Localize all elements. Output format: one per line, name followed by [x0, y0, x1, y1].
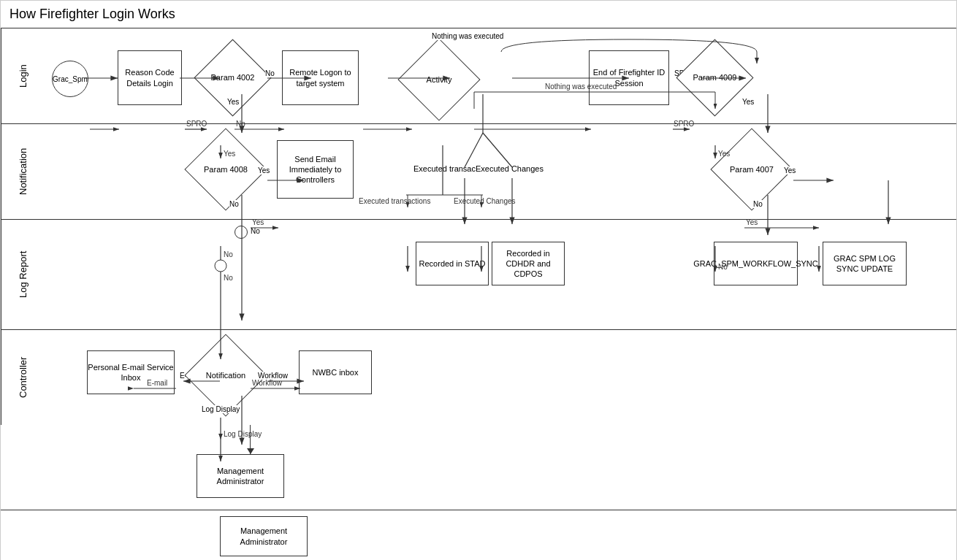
page-title: How Firefighter Login Works: [1, 1, 956, 28]
lane-notification: Notification Param 4008 Yes Send Email I…: [1, 124, 956, 220]
lane-controller: Controller Personal E-mail Service Inbox…: [1, 330, 956, 425]
recorded-cdhdr-label: Recorded in CDHDR and CDPOS: [492, 248, 564, 280]
grac-spm-wf-shape: GRAC_SPM_WORKFLOW_SYNC: [714, 242, 798, 285]
no1-label: No: [265, 69, 275, 77]
workflow-label: Workflow: [258, 372, 288, 380]
no-flow-circle: [235, 226, 248, 239]
management-admin-shape: Management Administrator: [220, 516, 308, 556]
activity-label: Activity: [410, 50, 468, 109]
yes3-label: Yes: [258, 166, 270, 174]
diagram-wrapper: Login Grac_Spm Reason Code Details Login…: [1, 28, 956, 510]
management-arrow: [247, 448, 254, 454]
remote-logon-label: Remote Logon to target system: [283, 67, 358, 88]
remote-logon-shape: Remote Logon to target system: [282, 50, 359, 105]
lane-notification-label: Notification: [1, 124, 45, 219]
lane-log-report: Log Report No Recorded in STAD Recor: [1, 220, 956, 330]
management-label: Management Administrator: [197, 466, 283, 487]
lane-log-report-label: Log Report: [1, 220, 45, 329]
no-flow-label: No: [251, 227, 260, 235]
reason-code-label: Reason Code Details Login: [118, 67, 181, 88]
management-line: [250, 425, 251, 454]
yes4-label: Yes: [784, 166, 796, 174]
nwbc-inbox-label: NWBC inbox: [313, 367, 359, 377]
lane-notification-content: Param 4008 Yes Send Email Immediately to…: [45, 124, 956, 219]
grac-spm-shape: Grac_Spm: [52, 61, 88, 97]
notification-container: Notification: [197, 346, 255, 404]
log-display-label: Log Display: [202, 405, 240, 413]
no2-label: No: [229, 200, 239, 208]
param-4008-label: Param 4008: [197, 140, 255, 199]
lane-login-label: Login: [1, 28, 45, 123]
grac-spm-label: Grac_Spm: [53, 74, 88, 84]
management-admin-label: Management Administrator: [221, 526, 307, 547]
lane-log-report-content: No Recorded in STAD Recorded in CDHDR an…: [45, 220, 956, 329]
no3-label: No: [753, 200, 763, 208]
param-4002-container: Param 4002: [205, 50, 260, 105]
recorded-stad-shape: Recorded in STAD: [416, 242, 489, 285]
lane-login-content: Grac_Spm Reason Code Details Login SPRO …: [45, 28, 956, 123]
send-email-shape: Send Email Immediately to Controllers: [277, 140, 354, 199]
executed-changes-label: Executed Changes: [476, 164, 544, 173]
end-ff-session-shape: End of Firefighter ID Session: [589, 50, 669, 105]
param-4007-label: Param 4007: [722, 140, 781, 199]
lane-controller-content: Personal E-mail Service Inbox E-mail Not…: [45, 330, 956, 425]
lane-controller-label: Controller: [1, 330, 45, 425]
send-email-label: Send Email Immediately to Controllers: [278, 154, 353, 185]
recorded-cdhdr-shape: Recorded in CDHDR and CDPOS: [492, 242, 565, 285]
recorded-stad-label: Recorded in STAD: [419, 258, 486, 269]
lane-login: Login Grac_Spm Reason Code Details Login…: [1, 28, 956, 124]
param-4008-container: Param 4008: [197, 140, 255, 199]
yes1-label: Yes: [227, 98, 239, 106]
end-ff-session-label: End of Firefighter ID Session: [590, 67, 668, 88]
grac-spm-log-shape: GRAC SPM LOG SYNC UPDATE: [823, 242, 907, 285]
management-section: Management Administrator: [1, 425, 956, 510]
yes2-label: Yes: [742, 98, 754, 106]
personal-email-shape: Personal E-mail Service Inbox: [87, 350, 175, 394]
nothing-executed-label: Nothing was executed: [432, 32, 503, 40]
nwbc-inbox-shape: NWBC inbox: [299, 350, 372, 394]
param-4002-label: Param 4002: [205, 50, 260, 105]
bottom-section: Management Administrator: [1, 510, 956, 560]
main-container: How Firefighter Login Works: [0, 0, 957, 560]
param-4009-label: Param 4009: [687, 50, 742, 105]
lanes: Login Grac_Spm Reason Code Details Login…: [1, 28, 956, 425]
management-shape: Management Administrator: [197, 454, 284, 498]
param-4007-container: Param 4007: [722, 140, 781, 199]
activity-container: Activity: [410, 50, 468, 109]
grac-spm-wf-label: GRAC_SPM_WORKFLOW_SYNC: [693, 258, 818, 269]
reason-code-shape: Reason Code Details Login: [118, 50, 182, 105]
grac-spm-log-label: GRAC SPM LOG SYNC UPDATE: [823, 253, 906, 275]
param-4009-container: Param 4009: [687, 50, 742, 105]
notification-diamond-label: Notification: [197, 346, 255, 404]
personal-email-label: Personal E-mail Service Inbox: [88, 362, 174, 383]
